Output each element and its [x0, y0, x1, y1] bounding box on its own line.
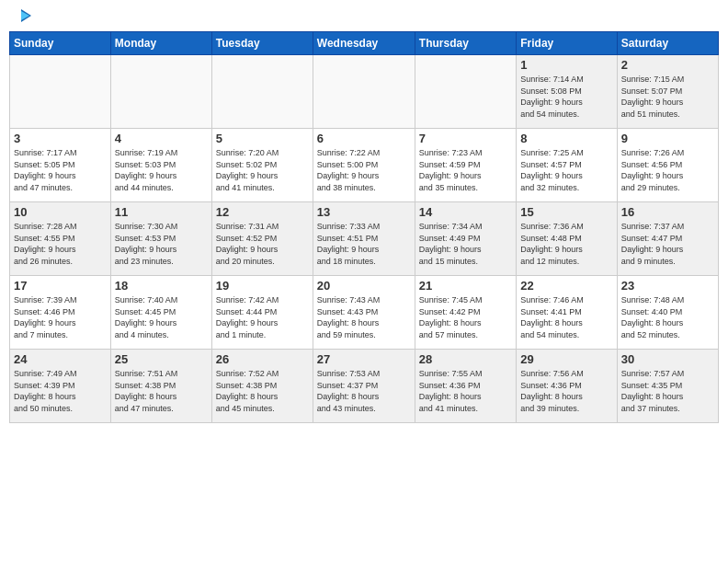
table-row: 17Sunrise: 7:39 AMSunset: 4:46 PMDayligh… [10, 276, 111, 350]
table-row: 4Sunrise: 7:19 AMSunset: 5:03 PMDaylight… [110, 129, 211, 202]
calendar: Sunday Monday Tuesday Wednesday Thursday… [9, 31, 719, 423]
day-info: Sunrise: 7:57 AMSunset: 4:35 PMDaylight:… [621, 368, 714, 414]
day-number: 2 [621, 58, 714, 72]
table-row: 9Sunrise: 7:26 AMSunset: 4:56 PMDaylight… [617, 129, 718, 202]
day-info: Sunrise: 7:26 AMSunset: 4:56 PMDaylight:… [621, 147, 714, 193]
table-row [415, 55, 516, 129]
day-number: 29 [520, 352, 612, 366]
day-info: Sunrise: 7:39 AMSunset: 4:46 PMDaylight:… [14, 294, 107, 340]
col-saturday: Saturday [617, 32, 718, 55]
day-number: 14 [419, 205, 512, 219]
table-row: 30Sunrise: 7:57 AMSunset: 4:35 PMDayligh… [617, 350, 718, 423]
day-number: 6 [317, 132, 411, 145]
table-row: 6Sunrise: 7:22 AMSunset: 5:00 PMDaylight… [313, 129, 415, 202]
table-row: 27Sunrise: 7:53 AMSunset: 4:37 PMDayligh… [313, 350, 415, 423]
day-info: Sunrise: 7:25 AMSunset: 4:57 PMDaylight:… [520, 147, 612, 193]
col-tuesday: Tuesday [211, 32, 313, 55]
table-row: 16Sunrise: 7:37 AMSunset: 4:47 PMDayligh… [617, 202, 718, 276]
table-row: 7Sunrise: 7:23 AMSunset: 4:59 PMDaylight… [415, 129, 516, 202]
day-number: 10 [14, 205, 107, 219]
table-row: 12Sunrise: 7:31 AMSunset: 4:52 PMDayligh… [211, 202, 313, 276]
day-number: 17 [14, 279, 107, 293]
day-number: 25 [115, 352, 208, 366]
day-number: 28 [419, 352, 512, 366]
calendar-week-3: 10Sunrise: 7:28 AMSunset: 4:55 PMDayligh… [10, 202, 719, 276]
day-info: Sunrise: 7:22 AMSunset: 5:00 PMDaylight:… [317, 147, 411, 193]
logo-icon [11, 8, 31, 23]
day-info: Sunrise: 7:30 AMSunset: 4:53 PMDaylight:… [115, 221, 208, 267]
table-row: 13Sunrise: 7:33 AMSunset: 4:51 PMDayligh… [313, 202, 415, 276]
col-thursday: Thursday [415, 32, 516, 55]
day-info: Sunrise: 7:15 AMSunset: 5:07 PMDaylight:… [621, 74, 714, 120]
calendar-week-2: 3Sunrise: 7:17 AMSunset: 5:05 PMDaylight… [10, 129, 719, 202]
day-number: 30 [621, 352, 714, 366]
day-number: 22 [520, 279, 612, 293]
calendar-header-row: Sunday Monday Tuesday Wednesday Thursday… [10, 32, 719, 55]
logo [9, 9, 31, 24]
day-info: Sunrise: 7:31 AMSunset: 4:52 PMDaylight:… [216, 221, 309, 267]
day-info: Sunrise: 7:34 AMSunset: 4:49 PMDaylight:… [419, 221, 512, 267]
col-monday: Monday [110, 32, 211, 55]
day-number: 15 [520, 205, 612, 219]
table-row [313, 55, 415, 129]
table-row: 11Sunrise: 7:30 AMSunset: 4:53 PMDayligh… [110, 202, 211, 276]
day-info: Sunrise: 7:51 AMSunset: 4:38 PMDaylight:… [115, 368, 208, 414]
day-number: 3 [14, 132, 107, 145]
header [9, 9, 719, 24]
day-number: 4 [115, 132, 208, 145]
day-info: Sunrise: 7:56 AMSunset: 4:36 PMDaylight:… [520, 368, 612, 414]
day-info: Sunrise: 7:43 AMSunset: 4:43 PMDaylight:… [317, 294, 411, 340]
day-info: Sunrise: 7:23 AMSunset: 4:59 PMDaylight:… [419, 147, 512, 193]
day-info: Sunrise: 7:19 AMSunset: 5:03 PMDaylight:… [115, 147, 208, 193]
table-row: 10Sunrise: 7:28 AMSunset: 4:55 PMDayligh… [10, 202, 111, 276]
table-row [211, 55, 313, 129]
day-number: 13 [317, 205, 411, 219]
table-row: 23Sunrise: 7:48 AMSunset: 4:40 PMDayligh… [617, 276, 718, 350]
table-row: 25Sunrise: 7:51 AMSunset: 4:38 PMDayligh… [110, 350, 211, 423]
table-row: 21Sunrise: 7:45 AMSunset: 4:42 PMDayligh… [415, 276, 516, 350]
table-row: 19Sunrise: 7:42 AMSunset: 4:44 PMDayligh… [211, 276, 313, 350]
day-info: Sunrise: 7:14 AMSunset: 5:08 PMDaylight:… [520, 74, 612, 120]
table-row: 8Sunrise: 7:25 AMSunset: 4:57 PMDaylight… [517, 129, 617, 202]
day-info: Sunrise: 7:40 AMSunset: 4:45 PMDaylight:… [115, 294, 208, 340]
day-info: Sunrise: 7:48 AMSunset: 4:40 PMDaylight:… [621, 294, 714, 340]
day-number: 19 [216, 279, 309, 293]
table-row: 24Sunrise: 7:49 AMSunset: 4:39 PMDayligh… [10, 350, 111, 423]
day-number: 27 [317, 352, 411, 366]
day-info: Sunrise: 7:33 AMSunset: 4:51 PMDaylight:… [317, 221, 411, 267]
day-number: 20 [317, 279, 411, 293]
day-info: Sunrise: 7:20 AMSunset: 5:02 PMDaylight:… [216, 147, 309, 193]
day-info: Sunrise: 7:28 AMSunset: 4:55 PMDaylight:… [14, 221, 107, 267]
table-row: 18Sunrise: 7:40 AMSunset: 4:45 PMDayligh… [110, 276, 211, 350]
day-number: 5 [216, 132, 309, 145]
day-number: 12 [216, 205, 309, 219]
day-number: 9 [621, 132, 714, 145]
table-row: 22Sunrise: 7:46 AMSunset: 4:41 PMDayligh… [517, 276, 617, 350]
table-row [110, 55, 211, 129]
table-row: 15Sunrise: 7:36 AMSunset: 4:48 PMDayligh… [517, 202, 617, 276]
col-sunday: Sunday [10, 32, 111, 55]
day-number: 7 [419, 132, 512, 145]
day-info: Sunrise: 7:37 AMSunset: 4:47 PMDaylight:… [621, 221, 714, 267]
table-row: 3Sunrise: 7:17 AMSunset: 5:05 PMDaylight… [10, 129, 111, 202]
day-info: Sunrise: 7:45 AMSunset: 4:42 PMDaylight:… [419, 294, 512, 340]
day-number: 26 [216, 352, 309, 366]
day-info: Sunrise: 7:49 AMSunset: 4:39 PMDaylight:… [14, 368, 107, 414]
day-number: 16 [621, 205, 714, 219]
day-number: 23 [621, 279, 714, 293]
page: Sunday Monday Tuesday Wednesday Thursday… [0, 0, 728, 563]
col-wednesday: Wednesday [313, 32, 415, 55]
table-row: 26Sunrise: 7:52 AMSunset: 4:38 PMDayligh… [211, 350, 313, 423]
day-number: 18 [115, 279, 208, 293]
table-row: 14Sunrise: 7:34 AMSunset: 4:49 PMDayligh… [415, 202, 516, 276]
calendar-week-5: 24Sunrise: 7:49 AMSunset: 4:39 PMDayligh… [10, 350, 719, 423]
day-number: 1 [520, 58, 612, 72]
table-row: 20Sunrise: 7:43 AMSunset: 4:43 PMDayligh… [313, 276, 415, 350]
day-info: Sunrise: 7:55 AMSunset: 4:36 PMDaylight:… [419, 368, 512, 414]
calendar-week-4: 17Sunrise: 7:39 AMSunset: 4:46 PMDayligh… [10, 276, 719, 350]
table-row: 5Sunrise: 7:20 AMSunset: 5:02 PMDaylight… [211, 129, 313, 202]
day-number: 24 [14, 352, 107, 366]
day-info: Sunrise: 7:52 AMSunset: 4:38 PMDaylight:… [216, 368, 309, 414]
table-row: 29Sunrise: 7:56 AMSunset: 4:36 PMDayligh… [517, 350, 617, 423]
day-info: Sunrise: 7:36 AMSunset: 4:48 PMDaylight:… [520, 221, 612, 267]
